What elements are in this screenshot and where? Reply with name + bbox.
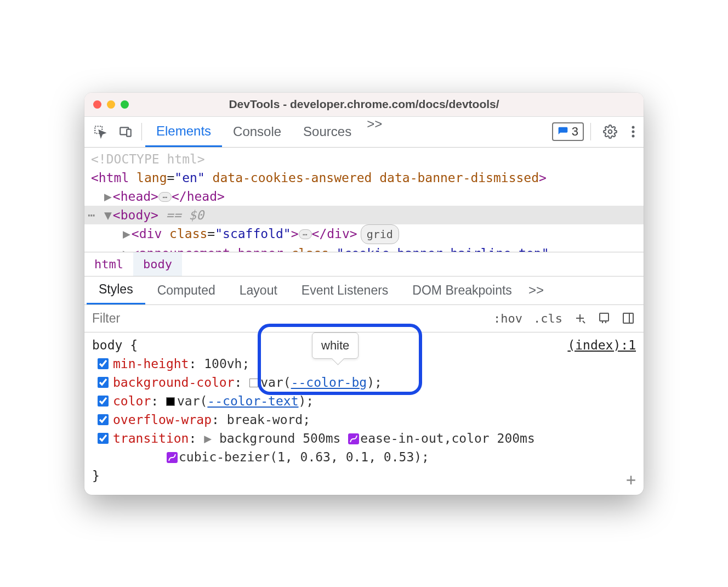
traffic-lights <box>93 100 129 109</box>
more-subtabs-icon[interactable]: >> <box>524 283 548 298</box>
svg-rect-7 <box>600 313 608 321</box>
tab-sources[interactable]: Sources <box>292 116 362 147</box>
issues-badge[interactable]: 3 <box>552 122 584 141</box>
styles-rules: white body { (index):1 min-height: 100vh… <box>84 332 644 495</box>
format-icon[interactable] <box>593 308 615 328</box>
tab-console[interactable]: Console <box>222 116 292 147</box>
bezier-editor-icon[interactable] <box>167 452 178 463</box>
settings-icon[interactable] <box>598 121 623 142</box>
rule-close-brace: } <box>92 466 636 485</box>
dom-div-scaffold[interactable]: ▶<div class="scaffold">⋯</div>grid <box>84 224 644 244</box>
inspect-element-icon[interactable] <box>88 121 113 142</box>
dom-tree[interactable]: <!DOCTYPE html> <html lang="en" data-coo… <box>84 148 644 252</box>
close-window-button[interactable] <box>93 100 101 109</box>
styles-subtabs: Styles Computed Layout Event Listeners D… <box>84 276 644 304</box>
toggle-transition[interactable] <box>98 433 109 444</box>
prop-background-color[interactable]: background-color: var(--color-bg); <box>92 373 636 392</box>
main-toolbar: Elements Console Sources >> 3 <box>84 117 644 148</box>
svg-point-6 <box>632 135 635 138</box>
hov-button[interactable]: :hov <box>489 308 527 329</box>
subtab-computed[interactable]: Computed <box>145 276 228 304</box>
minimize-window-button[interactable] <box>107 100 115 109</box>
titlebar: DevTools - developer.chrome.com/docs/dev… <box>84 93 644 117</box>
dom-truncated-line[interactable]: ▶<announcement-banner class="cookie-bann… <box>84 244 644 252</box>
subtab-dom-breakpoints[interactable]: DOM Breakpoints <box>400 276 524 304</box>
tab-elements[interactable]: Elements <box>145 116 222 147</box>
add-property-icon[interactable]: + <box>626 471 636 489</box>
toggle-color[interactable] <box>98 396 109 407</box>
subtab-event-listeners[interactable]: Event Listeners <box>289 276 401 304</box>
prop-overflow-wrap[interactable]: overflow-wrap: break-word; <box>92 410 636 429</box>
cls-button[interactable]: .cls <box>529 308 567 329</box>
more-tabs-icon[interactable]: >> <box>362 116 386 147</box>
kebab-menu-icon[interactable] <box>626 122 640 142</box>
breadcrumb-html[interactable]: html <box>84 252 133 276</box>
toggle-background-color[interactable] <box>98 377 109 388</box>
css-var-color-bg[interactable]: --color-bg <box>291 375 367 390</box>
filter-input[interactable] <box>84 305 485 332</box>
computed-panel-icon[interactable] <box>617 308 639 328</box>
prop-color[interactable]: color: var(--color-text); <box>92 392 636 410</box>
svg-point-5 <box>632 131 635 133</box>
toggle-min-height[interactable] <box>98 358 109 369</box>
breadcrumb-body[interactable]: body <box>133 252 182 276</box>
new-style-rule-icon[interactable] <box>569 308 591 328</box>
dom-html-open[interactable]: <html lang="en" data-cookies-answered da… <box>84 168 644 187</box>
svg-rect-8 <box>623 313 633 323</box>
toggle-overflow-wrap[interactable] <box>98 414 109 425</box>
prop-transition-cont[interactable]: cubic-bezier(1, 0.63, 0.1, 0.53); <box>92 448 636 466</box>
devtools-window: DevTools - developer.chrome.com/docs/dev… <box>84 93 644 495</box>
main-tabs: Elements Console Sources >> <box>145 116 386 147</box>
subtab-layout[interactable]: Layout <box>228 276 289 304</box>
window-title: DevTools - developer.chrome.com/docs/dev… <box>84 98 644 111</box>
styles-filter-bar: :hov .cls <box>84 304 644 332</box>
issues-count: 3 <box>572 125 578 139</box>
device-toolbar-icon[interactable] <box>113 121 138 142</box>
subtab-styles[interactable]: Styles <box>87 276 145 304</box>
svg-rect-2 <box>127 129 131 137</box>
bezier-editor-icon[interactable] <box>348 433 359 444</box>
toolbar-divider <box>590 123 591 140</box>
color-swatch-black[interactable] <box>166 397 175 406</box>
dom-doctype: <!DOCTYPE html> <box>84 150 644 168</box>
svg-point-3 <box>608 130 612 134</box>
dom-head[interactable]: ▶<head>⋯</head> <box>84 187 644 206</box>
svg-point-4 <box>632 126 635 129</box>
css-var-color-text[interactable]: --color-text <box>207 394 298 408</box>
color-tooltip: white <box>312 332 359 359</box>
dom-body-selected[interactable]: ▼<body> == $0 <box>84 206 644 224</box>
prop-min-height[interactable]: min-height: 100vh; <box>92 354 636 373</box>
maximize-window-button[interactable] <box>121 100 129 109</box>
source-link[interactable]: (index):1 <box>567 336 636 354</box>
breadcrumb: html body <box>84 252 644 276</box>
layout-badge-grid[interactable]: grid <box>361 224 399 244</box>
prop-transition[interactable]: transition: ▶ background 500ms ease-in-o… <box>92 429 636 448</box>
toolbar-divider <box>141 123 142 140</box>
css-selector[interactable]: body { <box>92 336 138 354</box>
color-swatch-white[interactable] <box>249 379 258 387</box>
